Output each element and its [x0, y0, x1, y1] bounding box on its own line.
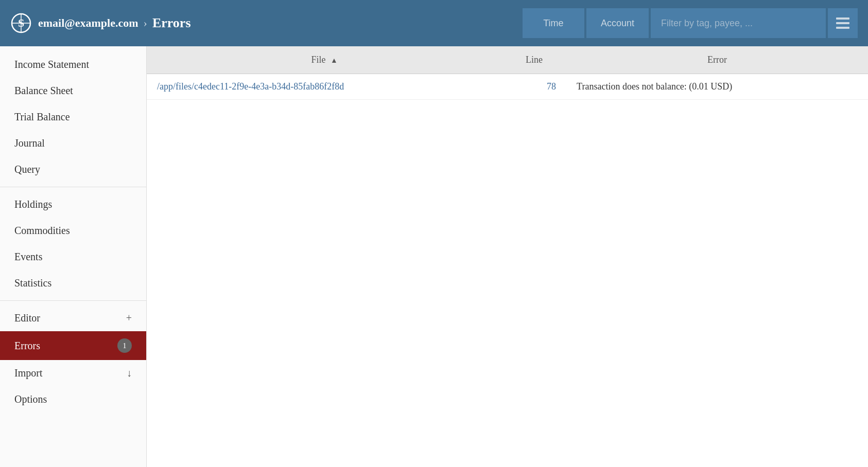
file-link[interactable]: /app/files/c4edec11-2f9e-4e3a-b34d-85fab… [157, 81, 344, 92]
body-layout: Income Statement Balance Sheet Trial Bal… [0, 46, 868, 467]
page-title: Errors [152, 15, 191, 31]
user-email: email@example.com [38, 16, 138, 30]
cell-file: /app/files/c4edec11-2f9e-4e3a-b34d-85fab… [147, 74, 502, 100]
sidebar-label-query: Query [14, 164, 40, 175]
sidebar-label-trial-balance: Trial Balance [14, 111, 70, 123]
sidebar-item-balance-sheet[interactable]: Balance Sheet [0, 78, 146, 104]
sidebar-item-events[interactable]: Events [0, 244, 146, 270]
col-header-line[interactable]: Line [502, 46, 566, 74]
contacts-button[interactable] [828, 8, 858, 38]
header-controls: Time Account [523, 8, 858, 38]
col-header-file[interactable]: File ▲ [147, 46, 502, 74]
sidebar-item-income-statement[interactable]: Income Statement [0, 51, 146, 78]
sidebar-item-trial-balance[interactable]: Trial Balance [0, 104, 146, 130]
filter-input[interactable] [651, 8, 826, 38]
main-content: File ▲ Line Error /app/files/c4edec11-2f… [147, 46, 868, 467]
sidebar-label-holdings: Holdings [14, 199, 52, 210]
sidebar-item-holdings[interactable]: Holdings [0, 191, 146, 218]
sidebar-divider-1 [0, 187, 146, 187]
sidebar-label-statistics: Statistics [14, 277, 51, 289]
svg-rect-6 [836, 27, 849, 29]
account-button[interactable]: Account [586, 8, 649, 38]
sidebar-label-import: Import [14, 367, 42, 379]
svg-rect-5 [836, 22, 849, 24]
app-header: S email@example.com › Errors Time Accoun… [0, 0, 868, 46]
cell-error: Transaction does not balance: (0.01 USD) [566, 74, 868, 100]
time-button[interactable]: Time [523, 8, 584, 38]
sidebar-item-options[interactable]: Options [0, 386, 146, 412]
table-header-row: File ▲ Line Error [147, 46, 868, 74]
sidebar-label-events: Events [14, 251, 42, 263]
plus-icon: + [126, 312, 132, 324]
svg-rect-4 [836, 17, 849, 20]
sidebar-item-statistics[interactable]: Statistics [0, 270, 146, 296]
sidebar-item-import[interactable]: Import ↓ [0, 360, 146, 386]
col-header-error[interactable]: Error [566, 46, 868, 74]
cell-line: 78 [502, 74, 566, 100]
download-icon: ↓ [127, 367, 132, 379]
sidebar-item-journal[interactable]: Journal [0, 130, 146, 156]
errors-table: File ▲ Line Error /app/files/c4edec11-2f… [147, 46, 868, 100]
sidebar-label-balance-sheet: Balance Sheet [14, 85, 73, 97]
sidebar-item-errors[interactable]: Errors 1 [0, 331, 146, 360]
sidebar-label-errors: Errors [14, 340, 40, 352]
sidebar-item-query[interactable]: Query [0, 156, 146, 183]
sidebar-item-editor[interactable]: Editor + [0, 305, 146, 331]
sidebar: Income Statement Balance Sheet Trial Bal… [0, 46, 147, 467]
sidebar-label-journal: Journal [14, 137, 45, 149]
sidebar-label-editor: Editor [14, 312, 40, 324]
sort-arrow-file: ▲ [331, 57, 338, 64]
table-row: /app/files/c4edec11-2f9e-4e3a-b34d-85fab… [147, 74, 868, 100]
sidebar-label-income-statement: Income Statement [14, 59, 89, 70]
sidebar-label-options: Options [14, 393, 47, 405]
errors-badge: 1 [117, 338, 132, 353]
logo-icon: S [10, 12, 32, 34]
breadcrumb-separator: › [144, 16, 147, 30]
app-logo: S email@example.com [10, 12, 138, 34]
sidebar-divider-2 [0, 300, 146, 301]
sidebar-item-commodities[interactable]: Commodities [0, 218, 146, 244]
sidebar-label-commodities: Commodities [14, 225, 70, 237]
